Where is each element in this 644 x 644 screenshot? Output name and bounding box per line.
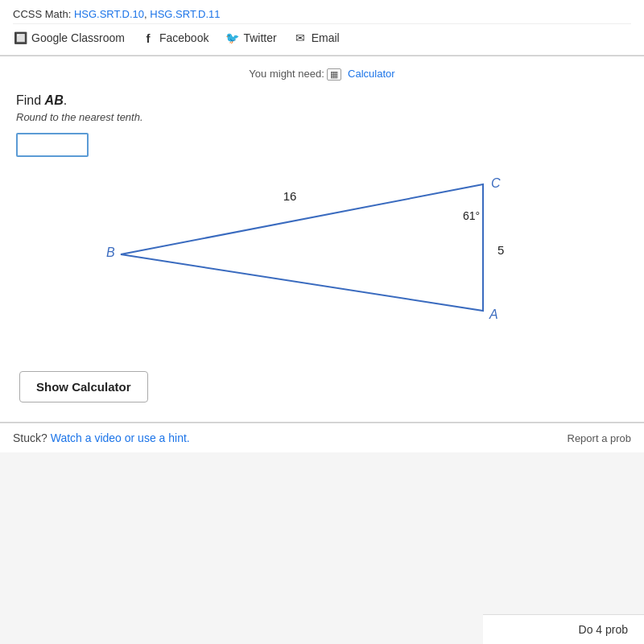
vertex-c-label: C [491, 176, 501, 190]
find-period: . [64, 93, 67, 107]
find-label: Find [16, 93, 45, 107]
share-twitter-label: Twitter [243, 31, 276, 44]
triangle-shape [121, 184, 483, 311]
share-bar: 🔲 Google Classroom f Facebook 🐦 Twitter … [13, 23, 631, 50]
ccss-link-2[interactable]: HSG.SRT.D.11 [150, 8, 220, 20]
problem-statement: Find AB. Round to the nearest tenth. [16, 93, 628, 123]
hint-link[interactable]: Watch a video or use a hint. [51, 431, 190, 444]
calculator-icon: ▦ [327, 68, 341, 80]
share-google-classroom[interactable]: 🔲 Google Classroom [13, 31, 125, 45]
calculator-hint-prefix: You might need: [249, 68, 324, 80]
ccss-line: CCSS Math: HSG.SRT.D.10, HSG.SRT.D.11 [13, 5, 631, 23]
share-email-label: Email [312, 31, 340, 44]
ccss-label: CCSS Math: [13, 8, 71, 20]
google-classroom-icon: 🔲 [13, 31, 27, 45]
vertex-a-label: A [489, 308, 498, 321]
find-variable: AB [45, 93, 64, 107]
calculator-link[interactable]: Calculator [348, 68, 395, 80]
share-facebook[interactable]: f Facebook [141, 31, 208, 45]
main-content: You might need: ▦ Calculator Find AB. Ro… [0, 56, 644, 422]
share-facebook-label: Facebook [159, 31, 208, 44]
share-email[interactable]: ✉ Email [293, 31, 340, 45]
twitter-icon: 🐦 [225, 31, 239, 45]
stuck-section: Stuck? Watch a video or use a hint. [13, 431, 190, 444]
triangle-container: B C A 16 61° 5 [97, 170, 547, 355]
show-calculator-button[interactable]: Show Calculator [19, 371, 148, 402]
report-label: Report a prob [568, 432, 632, 444]
top-bar: CCSS Math: HSG.SRT.D.10, HSG.SRT.D.11 🔲 … [0, 0, 644, 56]
stuck-prefix: Stuck? [13, 431, 47, 444]
side-bc-label: 16 [283, 189, 297, 203]
angle-c-label: 61° [463, 209, 480, 222]
side-ca-label: 5 [497, 243, 504, 257]
problem-title: Find AB. [16, 93, 628, 108]
vertex-b-label: B [106, 246, 115, 259]
answer-input[interactable] [16, 133, 89, 157]
share-twitter[interactable]: 🐦 Twitter [225, 31, 276, 45]
problem-subtitle: Round to the nearest tenth. [16, 111, 628, 123]
email-icon: ✉ [293, 31, 308, 45]
do-problems-label: Do 4 prob [579, 623, 628, 636]
ccss-link-1[interactable]: HSG.SRT.D.10 [74, 8, 144, 20]
report-section[interactable]: Report a prob [568, 432, 632, 444]
calculator-hint: You might need: ▦ Calculator [16, 68, 628, 80]
share-google-classroom-label: Google Classroom [31, 31, 125, 44]
facebook-icon: f [141, 31, 155, 45]
do-problems-bar: Do 4 prob [483, 614, 644, 644]
bottom-bar: Stuck? Watch a video or use a hint. Repo… [0, 423, 644, 452]
